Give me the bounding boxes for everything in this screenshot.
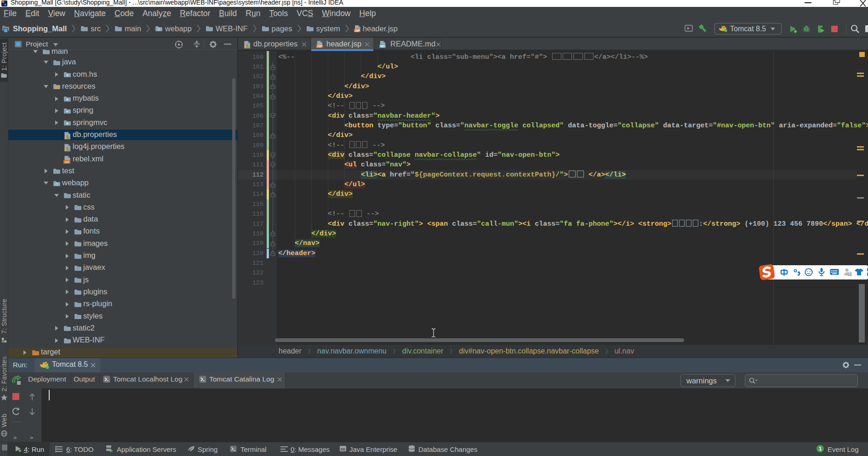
svg-text:MD: MD: [380, 45, 385, 48]
svg-text:11: 11: [848, 273, 851, 276]
svg-text:JSP: JSP: [354, 28, 360, 32]
svg-text:<>: <>: [65, 160, 69, 164]
svg-text:JSP: JSP: [317, 45, 323, 48]
svg-text:EE: EE: [341, 447, 346, 451]
